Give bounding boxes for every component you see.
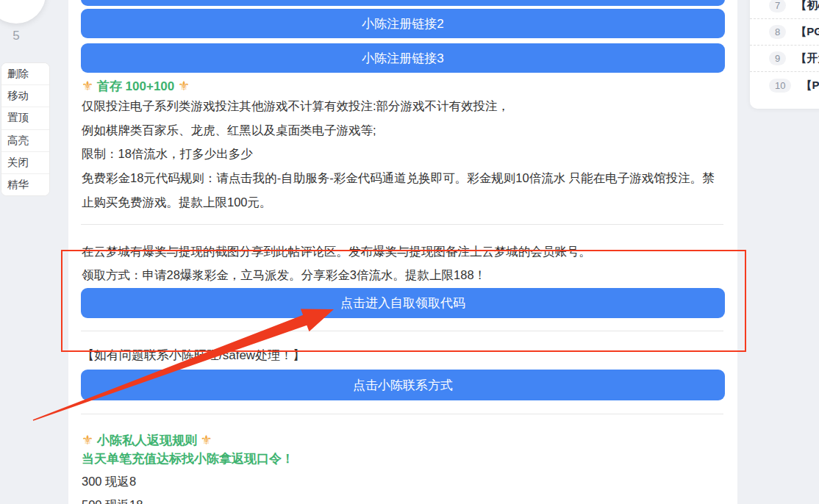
rank-title: 【初心 bbox=[795, 0, 819, 12]
first-deposit-bonus: 100+100 bbox=[126, 79, 175, 93]
rank-badge: 10 bbox=[769, 79, 791, 93]
fleur-icon: ⚜ bbox=[82, 433, 93, 447]
menu-item-delete[interactable]: 删除 bbox=[1, 63, 49, 85]
page: 5 删除 移动 置顶 高亮 关闭 精华 小陈注册链接2 小陈注册链接3 ⚜ 首存… bbox=[0, 0, 819, 504]
comment-count: 5 bbox=[0, 29, 32, 43]
rank-title: 【开元 bbox=[795, 51, 819, 65]
rank-badge: 8 bbox=[769, 25, 786, 39]
rank-item[interactable]: 8 【PGS bbox=[750, 19, 819, 46]
rule-line: 仅限投注电子系列类游戏投注其他游戏不计算有效投注:部分游戏不计有效投注， bbox=[82, 94, 723, 118]
register-link-2-button[interactable]: 小陈注册链接2 bbox=[81, 9, 725, 38]
claim-code-button[interactable]: 点击进入自取领取代码 bbox=[81, 288, 725, 318]
fleur-icon: ⚜ bbox=[82, 79, 93, 93]
menu-item-close[interactable]: 关闭 bbox=[1, 152, 49, 174]
rebate-tier: 300 现返8 bbox=[82, 474, 136, 490]
main-content: 小陈注册链接2 小陈注册链接3 ⚜ 首存 100+100 ⚜ 仅限投注电子系列类… bbox=[68, 0, 737, 504]
bonus-code-rules: 免费彩金18元代码规则：请点击我的-自助服务-彩金代码通道兑换即可。彩金规则10… bbox=[82, 166, 723, 214]
claim-instruction: 领取方式：申请28爆浆彩金，立马派发。分享彩金3倍流水。提款上限188！ bbox=[82, 267, 486, 284]
register-link-3-button[interactable]: 小陈注册链接3 bbox=[81, 43, 725, 73]
rank-badge: 7 bbox=[769, 0, 786, 12]
register-link-1-button[interactable] bbox=[81, 0, 725, 6]
fleur-icon: ⚜ bbox=[201, 433, 212, 447]
menu-item-pin[interactable]: 置顶 bbox=[1, 107, 49, 129]
rebate-heading: ⚜ 小陈私人返现规则 ⚜ bbox=[82, 432, 212, 449]
rule-line: 例如棋牌类百家乐、龙虎、红黑以及桌面类电子游戏等; bbox=[82, 118, 723, 143]
menu-item-highlight[interactable]: 高亮 bbox=[1, 130, 49, 152]
rebate-subheading: 当天单笔充值达标找小陈拿返现口令！ bbox=[82, 450, 294, 467]
rebate-heading-text: 小陈私人返现规则 bbox=[97, 433, 197, 447]
rank-title: 【PGS bbox=[795, 25, 819, 39]
ranking-sidebar: 7 【初心 8 【PGS 9 【开元 10 【PG bbox=[750, 0, 819, 109]
rule-line: 免费彩金18元代码规则：请点击我的-自助服务-彩金代码通道兑换即可。彩金规则10… bbox=[82, 166, 723, 214]
comment-fab-button[interactable] bbox=[0, 0, 46, 24]
divider bbox=[81, 414, 723, 414]
rank-item[interactable]: 7 【初心 bbox=[750, 0, 819, 19]
rank-item[interactable]: 9 【开元 bbox=[750, 46, 819, 72]
rank-title: 【PG bbox=[801, 79, 819, 93]
rule-line: 限制：18倍流水，打多少出多少 bbox=[82, 142, 723, 166]
divider bbox=[81, 331, 723, 331]
first-deposit-title: 首存 bbox=[97, 79, 122, 93]
menu-item-move[interactable]: 移动 bbox=[1, 85, 49, 107]
menu-item-digest[interactable]: 精华 bbox=[1, 174, 49, 195]
moderation-menu: 删除 移动 置顶 高亮 关闭 精华 bbox=[1, 62, 50, 196]
fleur-icon: ⚜ bbox=[178, 79, 190, 93]
contact-button[interactable]: 点击小陈联系方式 bbox=[81, 370, 725, 400]
rank-item[interactable]: 10 【PG bbox=[750, 72, 819, 98]
rank-badge: 9 bbox=[769, 51, 786, 65]
deposit-rules: 仅限投注电子系列类游戏投注其他游戏不计算有效投注:部分游戏不计有效投注， 例如棋… bbox=[82, 94, 723, 166]
share-instruction: 在云梦城有爆奖与提现的截图分享到此帖评论区。发布爆奖与提现图备注上云梦城的会员账… bbox=[82, 244, 591, 260]
divider bbox=[81, 224, 723, 225]
contact-note: 【如有问题联系小陈旺旺/safew处理！】 bbox=[82, 347, 305, 364]
first-deposit-heading: ⚜ 首存 100+100 ⚜ bbox=[82, 78, 190, 95]
rebate-tier: 500 现返18 bbox=[82, 497, 143, 504]
